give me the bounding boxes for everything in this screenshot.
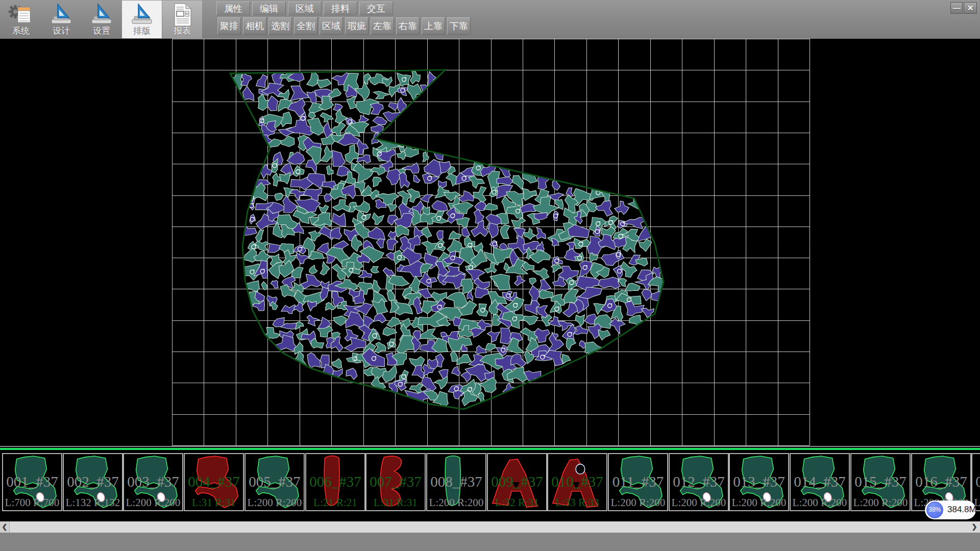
main-button-report[interactable]: 报表 (162, 1, 202, 38)
strip-divider-line (0, 448, 980, 450)
piece-lr-count-label: L:31 R:31 (363, 496, 428, 509)
horizontal-scrollbar[interactable]: ❮ ❯ (0, 521, 980, 533)
piece-name-label: 013_#37 (726, 473, 792, 490)
tool-button-1[interactable]: 聚排 (217, 17, 241, 35)
design-icon (49, 3, 74, 28)
piece-thumbnail-001_#37[interactable]: 001_#37L:700 R:700 (2, 453, 62, 511)
piece-name-label: 016_#37 (908, 473, 974, 490)
main-button-settings[interactable]: 设置 (82, 1, 121, 38)
piece-lr-count-label: L:200 R:200 (424, 496, 488, 509)
piece-name-label: 017_#37 (968, 473, 980, 490)
tool-button-3[interactable]: 选割 (268, 17, 292, 35)
close-button[interactable]: ✕ (964, 2, 977, 14)
nesting-canvas[interactable] (0, 39, 980, 446)
piece-name-label: 009_#37 (484, 473, 550, 490)
tool-button-7[interactable]: 左靠 (371, 17, 394, 35)
piece-thumbnail-006_#37[interactable]: 006_#37L:21 R:21 (305, 453, 365, 511)
menu-item-3[interactable]: 区域 (288, 2, 322, 15)
main-button-label: 系统 (1, 25, 41, 37)
nesting-icon (130, 3, 154, 28)
status-bar (0, 533, 980, 551)
piece-thumbnail-012_#37[interactable]: 012_#37L:200 R:200 (669, 453, 729, 511)
piece-thumbnail-010_#37[interactable]: 010_#37L:33 R:33 (547, 453, 607, 511)
piece-lr-count-label: L:700 R:700 (0, 496, 64, 509)
piece-thumbnail-015_#37[interactable]: 015_#37L:200 R:200 (850, 453, 911, 511)
piece-lr-count-label: L:200 R:200 (606, 496, 670, 509)
memory-size-label: 384.8M (947, 505, 976, 515)
piece-name-label: 004_#37 (181, 473, 247, 490)
piece-name-label: 011_#37 (605, 473, 671, 490)
piece-thumbnail-002_#37[interactable]: 002_#37L:132 R:132 (63, 453, 123, 511)
piece-thumbnail-strip: 001_#37L:700 R:700002_#37L:132 R:132003_… (0, 451, 980, 521)
piece-lr-count-label: L:200 R:200 (727, 496, 791, 509)
tool-button-4[interactable]: 全割 (294, 17, 317, 35)
piece-thumbnail-011_#37[interactable]: 011_#37L:200 R:200 (608, 453, 668, 511)
piece-name-label: 012_#37 (666, 473, 732, 490)
nesting-app-window: 系统设计设置排版报表 属性编辑区域排料交互 聚排相机选割全割区域瑕疵左靠右靠上靠… (0, 0, 980, 551)
piece-name-label: 007_#37 (362, 473, 429, 490)
piece-lr-count-label: L:200 R:200 (667, 496, 731, 509)
settings-icon (89, 3, 114, 28)
tool-button-9[interactable]: 上靠 (422, 17, 445, 35)
toolbar: 系统设计设置排版报表 属性编辑区域排料交互 聚排相机选割全割区域瑕疵左靠右靠上靠… (0, 0, 980, 39)
menu-item-2[interactable]: 编辑 (252, 2, 286, 15)
piece-thumbnail-008_#37[interactable]: 008_#37L:200 R:200 (426, 453, 486, 511)
system-icon (8, 3, 34, 28)
memory-percent-indicator: 38% (926, 502, 943, 518)
scroll-right-button[interactable]: ❯ (970, 521, 979, 533)
piece-thumbnail-005_#37[interactable]: 005_#37L:200 R:200 (244, 453, 305, 511)
piece-lr-count-label: L:33 R:33 (545, 496, 609, 509)
piece-lr-count-label: L:200 R:200 (788, 496, 852, 509)
piece-name-label: 008_#37 (423, 473, 489, 490)
piece-lr-count-label: L:200 R:200 (121, 496, 185, 509)
piece-name-label: 005_#37 (241, 473, 308, 490)
piece-name-label: 006_#37 (302, 473, 369, 490)
main-button-label: 设置 (82, 25, 121, 37)
tool-button-10[interactable]: 下靠 (447, 17, 471, 35)
piece-thumbnail-014_#37[interactable]: 014_#37L:200 R:200 (790, 453, 850, 511)
main-button-design[interactable]: 设计 (41, 1, 81, 38)
piece-name-label: 003_#37 (120, 473, 186, 490)
scroll-left-button[interactable]: ❮ (0, 521, 10, 533)
piece-thumbnail-007_#37[interactable]: 007_#37L:31 R:31 (365, 453, 426, 511)
minimize-button[interactable]: — (950, 2, 963, 14)
menu-item-1[interactable]: 属性 (216, 2, 250, 15)
memory-usage-badge: 38% 384.8M (925, 500, 976, 519)
piece-name-label: 010_#37 (544, 473, 610, 490)
main-button-label: 报表 (162, 25, 202, 37)
piece-name-label: 014_#37 (787, 473, 853, 490)
piece-name-label: 001_#37 (0, 473, 65, 490)
piece-lr-count-label: L:31 R:31 (182, 496, 246, 509)
piece-thumbnail-013_#37[interactable]: 013_#37L:200 R:200 (729, 453, 789, 511)
piece-thumbnail-004_#37[interactable]: 004_#37L:31 R:31 (184, 453, 244, 511)
menu-item-5[interactable]: 交互 (359, 2, 393, 15)
piece-thumbnail-009_#37[interactable]: 009_#37L:32 R:31 (487, 453, 547, 511)
main-button-label: 排版 (122, 25, 162, 37)
piece-lr-count-label: L:200 R:200 (848, 496, 913, 509)
tool-button-6[interactable]: 瑕疵 (345, 17, 369, 35)
menu-item-4[interactable]: 排料 (324, 2, 357, 15)
piece-name-label: 015_#37 (847, 473, 914, 490)
piece-lr-count-label: L:21 R:21 (303, 496, 368, 509)
tool-button-2[interactable]: 相机 (243, 17, 266, 35)
piece-name-label: 002_#37 (60, 473, 126, 490)
piece-thumbnail-003_#37[interactable]: 003_#37L:200 R:200 (123, 453, 183, 511)
main-button-system[interactable]: 系统 (1, 1, 41, 38)
piece-lr-count-label: L:132 R:132 (61, 496, 125, 509)
tool-button-5[interactable]: 区域 (320, 17, 343, 35)
main-button-nesting[interactable]: 排版 (122, 1, 162, 38)
piece-lr-count-label: L:200 R:200 (242, 496, 307, 509)
canvas-bottom-rule (0, 446, 980, 447)
main-button-label: 设计 (41, 25, 81, 37)
piece-lr-count-label: L:32 R:31 (485, 496, 549, 509)
tool-button-8[interactable]: 右靠 (396, 17, 420, 35)
